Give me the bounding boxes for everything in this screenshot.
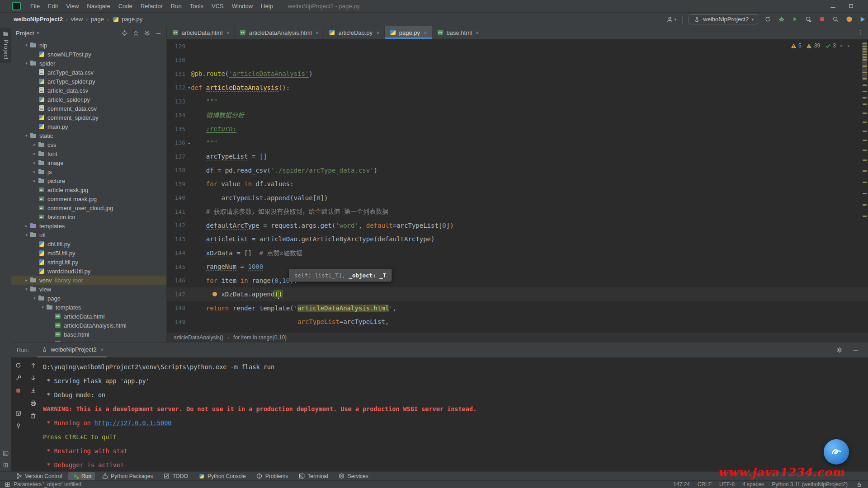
grid-icon[interactable] (4, 481, 11, 488)
tree-item-articledata-html[interactable]: articleData.html (11, 312, 166, 321)
scroll-end-icon[interactable] (30, 387, 37, 394)
close-icon[interactable]: × (376, 29, 380, 36)
close-icon[interactable]: × (476, 29, 479, 36)
running-url-link[interactable]: http://127.0.0.1:5000 (94, 419, 172, 427)
code-line-134[interactable]: 134 微博数据分析 (167, 108, 868, 122)
tree-item-static[interactable]: ▾static (11, 131, 166, 140)
tree-toggle-icon[interactable]: ▾ (23, 233, 30, 237)
toolwindow-button-run[interactable]: Run (68, 472, 95, 480)
code-line-141[interactable]: 141 # 获取请求参数，如果没有获取到，给个默认值 第一个列表数据 (167, 205, 868, 219)
next-problem-icon[interactable]: ∨ (847, 43, 850, 48)
code-line-130[interactable]: 130 (167, 53, 868, 67)
inspections-widget[interactable]: 5 39 3 ∧ ∨ (788, 42, 852, 50)
wrench-icon[interactable] (15, 374, 22, 381)
search-icon[interactable] (832, 16, 839, 23)
status-item[interactable]: 4 spaces (742, 481, 764, 488)
code-line-142[interactable]: 142 defaultArcType = request.args.get('w… (167, 219, 868, 233)
tree-item-article-spider-py[interactable]: article_spider.py (11, 95, 166, 104)
menu-edit[interactable]: Edit (44, 1, 62, 11)
more-tabs-icon[interactable]: ⋮ (853, 26, 868, 39)
arrow-down-icon[interactable] (30, 374, 37, 381)
tree-item-comment-data-csv[interactable]: comment_data.csv (11, 104, 166, 113)
tree-item-page[interactable]: ▾page (11, 294, 166, 303)
code-line-131[interactable]: 131@pb.route('articleDataAnalysis') (167, 67, 868, 81)
toolwindow-button-problems[interactable]: Problems (252, 472, 292, 480)
status-item[interactable]: 147:24 (673, 481, 690, 488)
breadcrumb-item[interactable]: weiboNlpProject2 (14, 16, 63, 23)
stop-icon[interactable] (15, 387, 22, 394)
tree-item-css[interactable]: ▸css (11, 140, 166, 149)
tree-item-stringutil-py[interactable]: stringUtil.py (11, 258, 166, 267)
tree-item-picture[interactable]: ▸picture (11, 176, 166, 185)
tree-toggle-icon[interactable]: ▾ (23, 133, 30, 138)
pin-icon[interactable] (15, 422, 22, 429)
status-item[interactable]: UTF-8 (719, 481, 735, 488)
stop-icon[interactable] (818, 16, 826, 23)
intention-bulb-icon[interactable] (212, 292, 217, 296)
code-editor[interactable]: 129130131@pb.route('articleDataAnalysis'… (167, 39, 868, 332)
toolwindow-button-terminal[interactable]: Terminal (294, 472, 331, 480)
code-line-129[interactable]: 129 (167, 39, 868, 53)
menu-code[interactable]: Code (114, 1, 137, 11)
tree-item-md5util-py[interactable]: md5Util.py (11, 249, 166, 258)
prev-problem-icon[interactable]: ∧ (840, 43, 843, 48)
tab-articledataanalysis-html[interactable]: articleDataAnalysis.html× (235, 26, 324, 39)
fold-end-icon[interactable]: ▴ (188, 136, 190, 150)
code-line-149[interactable]: 149 arcTypeList=arcTypeList, (167, 315, 868, 329)
minimize-icon[interactable] (829, 3, 836, 10)
tree-item-base-html[interactable]: base.html (11, 330, 166, 339)
tab-page-py[interactable]: page.py× (385, 26, 432, 39)
tab-base-html[interactable]: base.html× (432, 26, 484, 39)
code-line-147[interactable]: 147 xDzData.append() (167, 287, 868, 301)
menu-vcs[interactable]: VCS (208, 1, 228, 11)
error-stripe[interactable] (861, 39, 868, 332)
tree-item-articledataanalysis-html[interactable]: articleDataAnalysis.html (11, 321, 166, 330)
tree-toggle-icon[interactable]: ▾ (23, 287, 30, 291)
tree-item-article-data-csv[interactable]: article_data.csv (11, 86, 166, 95)
run-tab[interactable]: weiboNlpProject2 × (37, 343, 107, 357)
tab-articledata-html[interactable]: articleData.html× (167, 26, 235, 39)
print-icon[interactable] (30, 399, 37, 407)
lock-icon[interactable] (855, 481, 863, 488)
code-line-135[interactable]: 135 :return: (167, 122, 868, 136)
tree-item-font[interactable]: ▸font (11, 149, 166, 158)
gear-icon[interactable] (835, 347, 843, 354)
project-tool-tab[interactable]: Project (0, 28, 11, 63)
chevron-down-icon[interactable]: ▾ (37, 31, 39, 35)
run-console[interactable]: D:\yuqing\weiboNlpProject2\venv\Scripts\… (41, 357, 868, 471)
toolwindow-button-todo[interactable]: TODO (159, 472, 191, 480)
rerun-icon[interactable] (15, 361, 22, 369)
run-configuration-select[interactable]: weiboNlpProject2 ▾ (689, 14, 758, 24)
menu-tools[interactable]: Tools (186, 1, 208, 11)
code-line-139[interactable]: 139 for value in df.values: (167, 177, 868, 191)
code-line-143[interactable]: 143 articleList = articleDao.getArticleB… (167, 232, 868, 246)
status-item[interactable]: Python 3.11 (weiboNlpProject2) (772, 481, 848, 488)
breadcrumb-statement[interactable]: for item in range(0,10) (233, 334, 287, 341)
tree-item-templates[interactable]: ▸templates (11, 221, 166, 230)
code-line-145[interactable]: 145 rangeNum = 1000 (167, 260, 868, 274)
breadcrumb-item[interactable]: view (71, 16, 83, 23)
breadcrumb-item[interactable]: page (91, 16, 104, 23)
colorful-icon[interactable] (859, 16, 866, 23)
tree-item-arctype-data-csv[interactable]: arcType_data.csv (11, 68, 166, 77)
debug-icon[interactable] (778, 16, 785, 23)
code-line-146[interactable]: 146 for item in range(0,10): (167, 274, 868, 288)
code-line-137[interactable]: 137 arcTypeList = [] (167, 150, 868, 164)
menu-window[interactable]: Window (228, 1, 257, 11)
code-line-132[interactable]: 132▾def articleDataAnalysis(): (167, 81, 868, 95)
tree-toggle-icon[interactable]: ▸ (23, 224, 30, 228)
tree-item-view[interactable]: ▾view (11, 285, 166, 294)
user-menu[interactable]: ▾ (666, 16, 677, 23)
tree-item-utl[interactable]: ▾utl (11, 230, 166, 239)
close-icon[interactable]: × (100, 346, 104, 353)
code-line-136[interactable]: 136▴ """ (167, 136, 868, 150)
tree-toggle-icon[interactable]: ▸ (31, 151, 38, 156)
maximize-icon[interactable] (847, 3, 854, 10)
target-icon[interactable] (121, 29, 128, 37)
tree-toggle-icon[interactable]: ▸ (31, 142, 38, 147)
tree-item-js[interactable]: ▸js (11, 167, 166, 176)
clear-icon[interactable] (30, 412, 37, 419)
tree-item-article-mask-jpg[interactable]: article mask.jpg (11, 185, 166, 194)
run-icon[interactable] (791, 16, 798, 23)
toolwindow-button-services[interactable]: Services (335, 472, 372, 480)
